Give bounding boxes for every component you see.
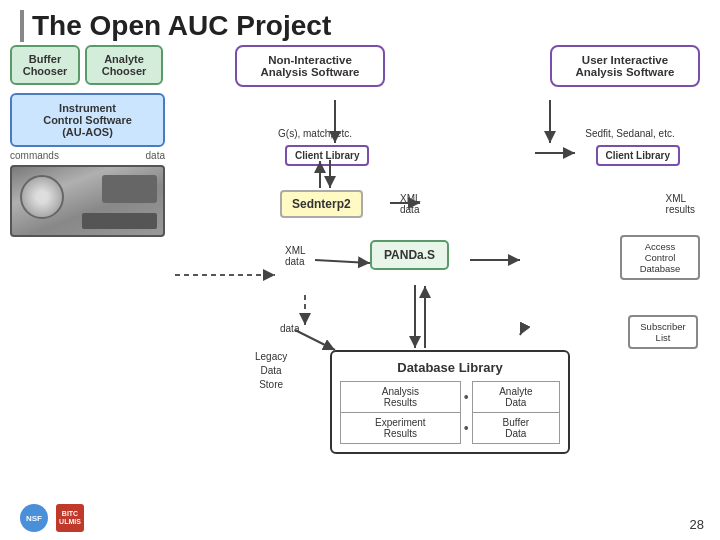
access-ctrl-box: Access Control Database — [620, 235, 700, 280]
db-buffer-data: BufferData — [472, 413, 559, 444]
db-table: AnalysisResults • AnalyteData Experiment… — [340, 381, 560, 444]
client-library-center: Client Library — [285, 145, 369, 166]
logo-nsf: NSF — [20, 504, 48, 532]
xml-results-label: XMLresults — [666, 193, 695, 215]
g-match-text: G(s), match, etc. — [278, 128, 352, 139]
legacy-text: LegacyDataStore — [255, 351, 287, 390]
logo-bitc: BITCULMIS — [56, 504, 84, 532]
ni-line1: Non-Interactive — [268, 54, 352, 66]
ni-analysis-box: Non-Interactive Analysis Software — [235, 45, 385, 87]
ni-line2: Analysis Software — [260, 66, 359, 78]
legacy-label: LegacyDataStore — [255, 350, 287, 392]
page-number: 28 — [690, 517, 704, 532]
slide: The Open AUC Project BufferChooser Analy… — [0, 0, 720, 540]
client-library-right: Client Library — [596, 145, 680, 166]
db-row-2: ExperimentResults • BufferData — [341, 413, 560, 444]
db-experiment-results: ExperimentResults — [341, 413, 461, 444]
db-library-box: Database Library AnalysisResults • Analy… — [330, 350, 570, 454]
xml-data-right: XMLdata — [400, 193, 421, 215]
commands-label: commands — [10, 150, 59, 161]
panda-s-text: PANDa.S — [384, 248, 435, 262]
cl-right-text: Client Library — [606, 150, 670, 161]
db-analyte-data: AnalyteData — [472, 382, 559, 413]
sedinterp2-text: Sednterp2 — [292, 197, 351, 211]
subscriber-text: Subscriber List — [640, 321, 685, 343]
slide-title: The Open AUC Project — [20, 10, 700, 42]
instrument-ctrl: InstrumentControl Software(AU-AOS) — [10, 93, 165, 147]
instrument-panel2 — [82, 213, 157, 229]
chooser-pair: BufferChooser AnalyteChooser — [10, 45, 175, 85]
access-ctrl-text: Access Control Database — [640, 241, 681, 274]
diagram: Non-Interactive Analysis Software User I… — [175, 45, 720, 505]
g-match-label: G(s), match, etc. — [275, 128, 355, 139]
panda-s-box: PANDa.S — [370, 240, 449, 270]
ui-line1: User Interactive — [582, 54, 668, 66]
ui-line2: Analysis Software — [575, 66, 674, 78]
db-dot-2: • — [460, 413, 472, 444]
data-below-text: data — [280, 323, 299, 334]
svg-line-7 — [315, 260, 370, 263]
subscriber-box: Subscriber List — [628, 315, 698, 349]
sedinterp2-box: Sednterp2 — [280, 190, 363, 218]
ui-analysis-box: User Interactive Analysis Software — [550, 45, 700, 87]
left-section: BufferChooser AnalyteChooser InstrumentC… — [10, 45, 175, 237]
xml-data-below: XMLdata — [285, 245, 306, 267]
db-dot-1: • — [460, 382, 472, 413]
logos-area: NSF BITCULMIS — [20, 504, 84, 532]
cmd-data-row: commands data — [10, 150, 165, 161]
analyte-chooser: AnalyteChooser — [85, 45, 163, 85]
svg-line-12 — [295, 330, 335, 350]
svg-line-11 — [520, 325, 525, 335]
db-library-title: Database Library — [340, 360, 560, 375]
instrument-image — [10, 165, 165, 237]
instrument-inner — [20, 175, 64, 219]
data-below-label: data — [280, 323, 299, 334]
db-row-1: AnalysisResults • AnalyteData — [341, 382, 560, 413]
sedfit-text: Sedfit, Sedanal, etc. — [585, 128, 675, 139]
cl-center-text: Client Library — [295, 150, 359, 161]
buffer-chooser: BufferChooser — [10, 45, 80, 85]
instrument-panel — [102, 175, 157, 203]
data-label: data — [146, 150, 165, 161]
db-analysis-results: AnalysisResults — [341, 382, 461, 413]
sedfit-label: Sedfit, Sedanal, etc. — [570, 128, 690, 139]
